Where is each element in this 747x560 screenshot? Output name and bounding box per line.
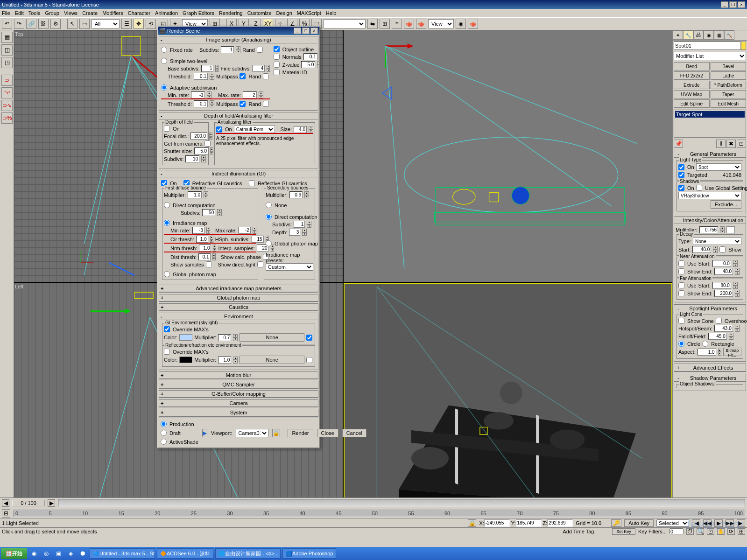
shutter-input[interactable] [194,147,208,154]
roll-qmc-title[interactable]: QMC Sampler [222,382,255,387]
fa-use-check[interactable] [678,282,684,288]
motion-tab[interactable]: ◉ [704,30,714,40]
rr-map-button[interactable]: None [240,356,304,364]
ql-2[interactable]: ◎ [41,548,51,559]
modifier-list-select[interactable]: Modifier List [674,52,746,60]
add-time-tag[interactable]: Add Time Tag [563,529,609,534]
hierarchy-tab[interactable]: 品 [693,30,704,40]
modify-tab[interactable]: 🔧 [683,30,693,40]
magnet2-button[interactable]: ⊃³ [1,87,13,98]
rollout-general-title[interactable]: General Parameters [683,151,744,157]
viewport-camera[interactable] [344,283,672,534]
fixed-rate-radio[interactable] [161,47,167,53]
menu-create[interactable]: Create [82,10,98,16]
key-mode-select[interactable]: Selected [656,519,689,527]
base-subdivs-input[interactable] [201,65,213,72]
dlg-min-button[interactable]: _ [294,28,301,34]
adaptive-radio[interactable] [161,84,167,91]
roll-camera-title[interactable]: Camera [229,400,247,406]
roll-advirr-title[interactable]: Advanced irradiance map parameters [196,286,281,291]
fine-subdivs-input[interactable] [253,65,265,72]
mod-lathe[interactable]: Lathe [711,71,747,80]
as-minrate-input[interactable] [191,91,205,98]
menu-customize[interactable]: Customize [247,10,272,16]
as-rand-check[interactable] [263,101,269,107]
menu-group[interactable]: Group [45,10,59,16]
nrm-thresh-input[interactable] [199,245,211,252]
light-type-select[interactable]: Spot [696,163,741,171]
decay-type-select[interactable]: None [693,238,741,245]
hsph-input[interactable] [252,236,264,243]
na-end-input[interactable] [714,268,733,275]
object-name-input[interactable] [674,42,741,50]
goto-end-button[interactable]: ▶| [737,519,745,527]
fa-end-input[interactable] [714,290,733,297]
aspect-input[interactable] [698,349,716,356]
select-by-name-button[interactable]: ☰ [121,19,132,29]
x-coord-input[interactable] [484,519,510,527]
z-coord-input[interactable] [547,519,573,527]
object-color-swatch[interactable] [741,42,746,50]
stl-rand-check[interactable] [263,73,269,79]
close-button[interactable]: Close [317,429,338,437]
menu-modifiers[interactable]: Modifiers [102,10,123,16]
global-shadows-check[interactable] [696,185,702,191]
time-config-button[interactable]: ⏱ [686,528,694,535]
fa-start-input[interactable] [712,282,731,289]
redo-button[interactable]: ↷ [14,19,24,29]
dlg-max-button[interactable]: □ [302,28,310,34]
targeted-check[interactable] [678,172,684,178]
mod-editspline[interactable]: Edit Spline [674,99,710,108]
menu-help[interactable]: Help [326,10,337,16]
minimize-button[interactable]: _ [721,1,728,8]
tab1-button[interactable]: ▦ [1,32,13,43]
menu-file[interactable]: File [2,10,10,16]
menu-tools[interactable]: Tools [28,10,41,16]
pin-stack-button[interactable]: 📌 [674,140,683,148]
focal-input[interactable] [190,133,207,140]
render-last-button[interactable]: ◉ [456,19,466,29]
fr-subdivs-input[interactable] [221,46,234,53]
play-button[interactable]: ▶ [714,519,723,527]
render-viewport-select[interactable]: Camera01 [236,429,268,437]
mod-uvw[interactable]: UVW Map [674,90,710,98]
stack-remove-button[interactable]: ✖ [726,140,736,148]
goto-start-button[interactable]: |◀ [692,519,700,527]
create-tab[interactable]: ✦ [673,30,683,40]
rr-color-swatch[interactable] [179,357,192,363]
obj-outline-check[interactable] [274,46,280,52]
magnet4-button[interactable]: ⊃% [1,112,13,124]
na-show-check[interactable] [678,268,684,274]
autokey-button[interactable]: Auto Key [624,519,654,527]
shadow-type-select[interactable]: VRayShadow [678,192,741,199]
env-mult-input[interactable] [218,334,231,341]
menu-edit[interactable]: Edit [15,10,24,16]
mod-bend[interactable]: Bend [674,62,710,70]
move-button[interactable]: ✥ [134,19,144,29]
gi-refl-check[interactable] [249,180,255,186]
ql-5[interactable]: ⬢ [78,548,88,559]
zvalue-check[interactable] [274,62,280,68]
clr-thresh-input[interactable] [196,236,208,243]
as-multipass-check[interactable] [240,101,246,107]
overshoot-check[interactable] [716,318,722,324]
align-button[interactable]: ≡ [392,19,402,29]
matid-check[interactable] [274,69,280,75]
as-maxrate-input[interactable] [243,91,257,98]
tab2-button[interactable]: ◫ [1,44,13,56]
hotspot-input[interactable] [714,325,733,332]
task-browser[interactable]: 🌐 自由设计新家园 - <b>... [215,548,281,559]
mod-extrude[interactable]: Extrude [674,81,710,89]
lock-selection-button[interactable]: 🔒 [468,519,476,527]
tab3-button[interactable]: ◳ [1,57,13,68]
render-scene-button[interactable]: 🫖 [404,19,414,29]
mod-taper[interactable]: Taper [711,90,747,98]
override-max-check[interactable] [164,326,170,332]
decay-start-input[interactable] [692,246,711,253]
roll-gi-title[interactable]: Indirect illumination (GI) [211,171,266,176]
select-button[interactable]: ↖ [67,19,78,29]
sb-subdivs-input[interactable] [294,221,305,228]
circle-radio[interactable] [678,341,684,347]
showsamp-check[interactable] [206,261,212,267]
trackbar[interactable]: 0510152025303540455055606570758085909510… [13,510,745,517]
